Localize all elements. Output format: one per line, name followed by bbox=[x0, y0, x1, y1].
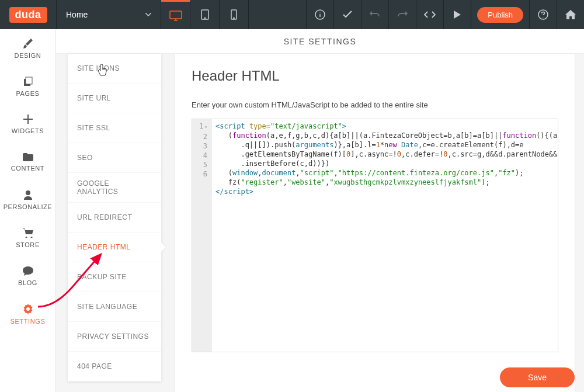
gear-icon bbox=[23, 304, 33, 314]
settings-submenu: SITE ICONS SITE URL SITE SSL SEO GOOGLE … bbox=[68, 54, 161, 381]
content-description: Enter your own custom HTML/JavaScript to… bbox=[192, 100, 558, 109]
person-icon bbox=[24, 190, 32, 200]
leftnav-pages[interactable]: PAGES bbox=[0, 67, 55, 105]
svg-rect-8 bbox=[26, 77, 32, 84]
panel-header: SITE SETTINGS bbox=[56, 29, 584, 54]
check-icon bbox=[342, 11, 353, 19]
brand-logo: duda bbox=[0, 0, 56, 29]
home-icon bbox=[565, 10, 576, 19]
leftnav-label: BLOG bbox=[18, 279, 37, 286]
code-gutter: 1 2 3 4 5 6 bbox=[192, 119, 212, 352]
leftnav-label: WIDGETS bbox=[12, 127, 44, 134]
leftnav-label: CONTENT bbox=[11, 165, 44, 172]
cart-icon bbox=[23, 228, 33, 238]
leftnav-label: PERSONALIZE bbox=[4, 203, 53, 210]
save-button[interactable]: Save bbox=[500, 367, 575, 387]
leftnav-blog[interactable]: BLOG bbox=[0, 257, 55, 295]
leftnav-label: SETTINGS bbox=[11, 318, 46, 325]
leftnav-widgets[interactable]: WIDGETS bbox=[0, 105, 55, 143]
leftnav-personalize[interactable]: PERSONALIZE bbox=[0, 181, 55, 219]
code-body[interactable]: <script type="text/javascript"> (functio… bbox=[212, 119, 558, 352]
section-dropdown[interactable]: Home bbox=[56, 0, 161, 29]
leftnav-store[interactable]: STORE bbox=[0, 219, 55, 257]
submenu-404-page[interactable]: 404 PAGE bbox=[68, 352, 161, 381]
svg-rect-0 bbox=[170, 11, 182, 19]
brush-icon bbox=[23, 38, 33, 48]
folder-icon bbox=[23, 153, 33, 161]
leftnav-settings[interactable]: SETTINGS bbox=[0, 295, 55, 333]
device-mobile-button[interactable] bbox=[220, 0, 249, 29]
content-heading: Header HTML bbox=[192, 68, 558, 84]
play-icon bbox=[454, 11, 461, 19]
chat-icon bbox=[23, 266, 33, 276]
leftnav-label: DESIGN bbox=[15, 52, 41, 59]
redo-button[interactable] bbox=[388, 0, 416, 29]
submenu-seo[interactable]: SEO bbox=[68, 143, 161, 173]
info-icon bbox=[315, 9, 325, 20]
top-bar: duda Home Publish bbox=[0, 0, 584, 29]
submenu-header-html[interactable]: HEADER HTML bbox=[68, 233, 161, 262]
svg-point-4 bbox=[234, 18, 234, 18]
help-button[interactable] bbox=[529, 0, 557, 29]
section-dropdown-label: Home bbox=[66, 10, 88, 19]
submenu-site-url[interactable]: SITE URL bbox=[68, 84, 161, 113]
publish-button[interactable]: Publish bbox=[477, 7, 523, 23]
svg-point-2 bbox=[204, 18, 205, 18]
submenu-privacy-settings[interactable]: PRIVACY SETTINGS bbox=[68, 322, 161, 352]
code-editor[interactable]: 1 2 3 4 5 6 <script type="text/javascrip… bbox=[192, 119, 558, 352]
publish-wrap: Publish bbox=[471, 0, 529, 29]
submenu-url-redirect[interactable]: URL REDIRECT bbox=[68, 203, 161, 233]
info-button[interactable] bbox=[306, 0, 333, 29]
desktop-icon bbox=[169, 11, 182, 21]
tablet-icon bbox=[201, 9, 209, 20]
submenu-google-analytics[interactable]: GOOGLE ANALYTICS bbox=[68, 173, 161, 203]
device-desktop-button[interactable] bbox=[161, 0, 190, 29]
dev-mode-button[interactable] bbox=[416, 0, 443, 29]
submenu-backup-site[interactable]: BACKUP SITE bbox=[68, 262, 161, 292]
undo-icon bbox=[370, 11, 380, 19]
chevron-down-icon bbox=[145, 13, 151, 16]
pages-icon bbox=[23, 76, 33, 86]
svg-point-9 bbox=[26, 190, 30, 195]
leftnav-label: STORE bbox=[16, 241, 40, 248]
check-button[interactable] bbox=[333, 0, 361, 29]
undo-button[interactable] bbox=[361, 0, 388, 29]
leftnav-label: PAGES bbox=[16, 90, 39, 97]
brand-logo-text: duda bbox=[9, 7, 47, 23]
mobile-icon bbox=[231, 9, 237, 20]
submenu-site-language[interactable]: SITE LANGUAGE bbox=[68, 292, 161, 322]
submenu-site-ssl[interactable]: SITE SSL bbox=[68, 113, 161, 143]
leftnav-design[interactable]: DESIGN bbox=[0, 29, 55, 67]
redo-icon bbox=[397, 11, 408, 19]
panel-title: SITE SETTINGS bbox=[284, 37, 357, 46]
left-nav: DESIGN PAGES WIDGETS CONTENT PERSONALIZE… bbox=[0, 29, 56, 392]
content-panel: Header HTML Enter your own custom HTML/J… bbox=[175, 54, 575, 392]
submenu-site-icons[interactable]: SITE ICONS bbox=[68, 54, 161, 84]
question-icon bbox=[538, 9, 548, 20]
leftnav-content[interactable]: CONTENT bbox=[0, 143, 55, 181]
preview-button[interactable] bbox=[443, 0, 471, 29]
code-icon bbox=[424, 11, 436, 19]
device-tablet-button[interactable] bbox=[190, 0, 220, 29]
home-top-button[interactable] bbox=[557, 0, 584, 29]
plus-icon bbox=[23, 115, 33, 124]
